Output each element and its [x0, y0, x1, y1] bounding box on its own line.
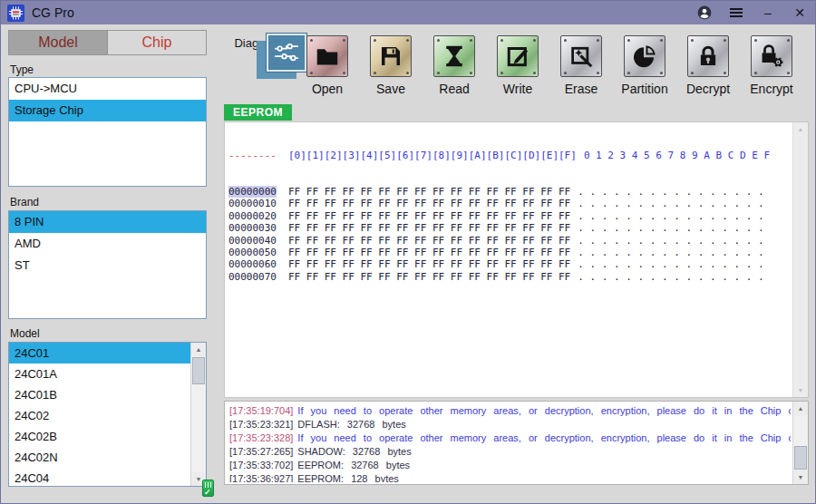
log-panel: [17:35:19:704]If you need to operate oth… [224, 401, 809, 485]
tab-bar: Model Chip [8, 30, 207, 55]
hex-address[interactable]: 00000050 [228, 247, 277, 258]
scrollbar-thumb[interactable] [192, 357, 205, 384]
list-item-24c02b[interactable]: 24C02B [9, 426, 191, 447]
hex-bytes[interactable]: FF FF FF FF FF FF FF FF FF FF FF FF FF F… [288, 247, 570, 258]
list-item-24c02n[interactable]: 24C02N [9, 447, 191, 468]
list-item-24c02[interactable]: 24C02 [9, 405, 191, 426]
list-item-storage-chip[interactable]: Storage Chip [9, 100, 206, 121]
toolbar-button-label: Erase [565, 82, 598, 96]
log-timestamp: [17:35:33:702] [229, 460, 293, 470]
hex-bytes[interactable]: FF FF FF FF FF FF FF FF FF FF FF FF FF F… [288, 222, 570, 234]
account-icon[interactable] [695, 4, 714, 22]
toolbar-button-label: Save [376, 82, 405, 96]
brand-label: Brand [10, 196, 39, 208]
hourglass-icon [433, 35, 475, 77]
toolbar-button-label: Read [439, 82, 469, 96]
scroll-up-icon[interactable]: ▲ [793, 402, 808, 415]
toolbar-button-save[interactable]: Save [370, 35, 412, 96]
list-item-24c01[interactable]: 24C01 [9, 343, 191, 363]
list-item-24c04[interactable]: 24C04 [9, 468, 191, 487]
scroll-down-icon[interactable]: ▼ [793, 470, 808, 484]
scroll-down-icon[interactable]: ▼ [793, 383, 808, 397]
toolbar-button-read[interactable]: Read [433, 35, 475, 96]
log-line: [17:35:27:265]SHADOW: 32768 bytes [229, 445, 791, 459]
titlebar: CG Pro – ✕ [1, 1, 815, 24]
hex-ascii[interactable]: . . . . . . . . . . . . . . . . [578, 186, 763, 198]
log-line: [17:35:23:321]DFLASH: 32768 bytes [229, 418, 791, 431]
scrollbar-thumb[interactable] [794, 446, 807, 470]
hex-viewer: --------[0][1][2][3][4][5][6][7][8][9][A… [224, 121, 809, 398]
list-item-amd[interactable]: AMD [9, 233, 206, 255]
padlock-icon [687, 35, 729, 77]
usb-connected-icon [202, 480, 214, 497]
hex-address[interactable]: 00000030 [228, 222, 277, 234]
hex-bytes[interactable]: FF FF FF FF FF FF FF FF FF FF FF FF FF F… [288, 258, 570, 270]
log-message: If you need to operate other memory area… [297, 432, 791, 443]
hex-address[interactable]: 00000010 [228, 198, 277, 209]
hex-address[interactable]: 00000060 [228, 258, 277, 270]
hex-ascii[interactable]: . . . . . . . . . . . . . . . . [578, 210, 763, 222]
list-item-st[interactable]: ST [9, 255, 206, 276]
log-message: EEPROM: 128 bytes [297, 473, 399, 482]
hex-ascii[interactable]: . . . . . . . . . . . . . . . . [578, 235, 763, 247]
hex-ascii[interactable]: . . . . . . . . . . . . . . . . [578, 198, 763, 209]
floppy-disk-icon [370, 35, 412, 77]
log-scrollbar[interactable]: ▲ ▼ [792, 402, 808, 484]
type-list: CPU->MCUStorage Chip [8, 77, 207, 187]
scroll-up-icon[interactable]: ▲ [793, 122, 808, 136]
app-window: CG Pro – ✕ Model Chip Type CPU->MCUStora… [0, 0, 816, 504]
hex-ascii[interactable]: . . . . . . . . . . . . . . . . [578, 247, 763, 258]
toolbar-button-write[interactable]: Write [497, 35, 539, 96]
log-lines: [17:35:19:704]If you need to operate oth… [229, 404, 791, 482]
toolbar-button-decrypt[interactable]: Decrypt [687, 35, 729, 96]
memory-area-badge[interactable]: EEPROM [224, 104, 292, 121]
list-item-cpu-mcu[interactable]: CPU->MCU [9, 78, 206, 100]
model-list-scrollbar[interactable]: ▲ ▼ [190, 343, 206, 486]
diagram-button[interactable]: Diagram [222, 34, 291, 50]
hex-column-header: [0][1][2][3][4][5][6][7][8][9][A][B][C][… [288, 150, 577, 161]
log-timestamp: [17:35:27:265] [229, 446, 293, 457]
list-item-8-pin[interactable]: 8 PIN [9, 211, 206, 233]
log-timestamp: [17:35:23:321] [229, 419, 293, 430]
toolbar-button-encrypt[interactable]: Encrypt [751, 35, 792, 96]
hex-address[interactable]: 00000040 [228, 235, 277, 247]
menu-icon[interactable] [727, 4, 745, 22]
folder-open-icon [306, 35, 348, 77]
hex-ascii[interactable]: . . . . . . . . . . . . . . . . [578, 258, 763, 270]
toolbar-button-erase[interactable]: Erase [560, 35, 602, 96]
hex-ascii-header: 0 1 2 3 4 5 6 7 8 9 A B C D E F [584, 150, 770, 161]
log-message: DFLASH: 32768 bytes [297, 419, 405, 430]
toolbar-button-label: Open [312, 82, 343, 96]
hex-row: 00000030FF FF FF FF FF FF FF FF FF FF FF… [228, 222, 792, 234]
hex-row: 00000050FF FF FF FF FF FF FF FF FF FF FF… [228, 247, 792, 258]
hex-ascii[interactable]: . . . . . . . . . . . . . . . . [578, 271, 763, 283]
model-label: Model [10, 327, 40, 340]
toolbar-button-open[interactable]: Open [306, 35, 348, 96]
close-icon[interactable]: ✕ [791, 4, 809, 22]
toolbar-button-partition[interactable]: Partition [624, 35, 665, 96]
app-logo-icon [7, 5, 24, 22]
tab-chip[interactable]: Chip [108, 31, 206, 54]
hex-bytes[interactable]: FF FF FF FF FF FF FF FF FF FF FF FF FF F… [288, 186, 570, 198]
hex-address-header: -------- [228, 150, 277, 161]
model-list-items: 24C0124C01A24C01B24C0224C02B24C02N24C04 [9, 343, 191, 487]
hex-bytes[interactable]: FF FF FF FF FF FF FF FF FF FF FF FF FF F… [288, 235, 570, 247]
hex-bytes[interactable]: FF FF FF FF FF FF FF FF FF FF FF FF FF F… [288, 210, 570, 222]
hex-address[interactable]: 00000000 [228, 186, 277, 198]
hex-header-row: --------[0][1][2][3][4][5][6][7][8][9][A… [228, 150, 792, 161]
hex-bytes[interactable]: FF FF FF FF FF FF FF FF FF FF FF FF FF F… [288, 271, 570, 283]
pencil-square-icon [497, 35, 539, 77]
hex-scrollbar[interactable]: ▲ ▼ [792, 122, 808, 397]
minimize-icon[interactable]: – [759, 4, 777, 22]
toolbar: OpenSaveReadWriteErasePartitionDecryptEn… [306, 35, 792, 96]
scroll-up-icon[interactable]: ▲ [191, 343, 206, 356]
list-item-24c01a[interactable]: 24C01A [9, 363, 191, 384]
hex-ascii[interactable]: . . . . . . . . . . . . . . . . [578, 222, 763, 234]
list-item-24c01b[interactable]: 24C01B [9, 384, 191, 405]
hex-row: 00000010FF FF FF FF FF FF FF FF FF FF FF… [228, 198, 792, 209]
tab-model[interactable]: Model [9, 31, 108, 54]
log-line: [17:35:19:704]If you need to operate oth… [229, 404, 791, 418]
hex-address[interactable]: 00000020 [228, 210, 277, 222]
hex-bytes[interactable]: FF FF FF FF FF FF FF FF FF FF FF FF FF F… [288, 198, 570, 209]
hex-address[interactable]: 00000070 [228, 271, 277, 283]
